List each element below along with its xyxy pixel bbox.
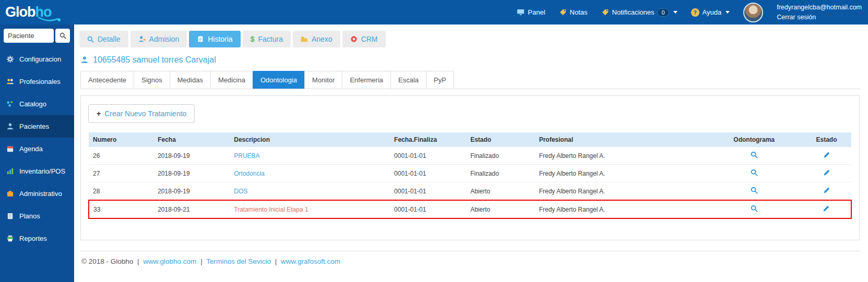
cell-descripcion: Ortodoncia <box>230 165 390 182</box>
logo-text-glob: Glob <box>5 4 35 20</box>
col-header-estado: Estado <box>466 132 534 147</box>
clipboard-icon <box>197 35 204 43</box>
edit-pencil-icon[interactable] <box>823 169 830 176</box>
cell-numero: 28 <box>89 182 153 201</box>
help-icon: ? <box>691 8 699 17</box>
edit-pencil-icon[interactable] <box>823 152 830 158</box>
app-logo[interactable]: Globho <box>5 4 59 20</box>
odontogram-search-icon[interactable] <box>751 205 758 212</box>
edit-pencil-icon[interactable] <box>823 205 829 212</box>
edit-pencil-icon[interactable] <box>823 187 830 194</box>
col-header-odontograma: Odontograma <box>706 132 802 147</box>
sidebar-item-label: Profesionales <box>19 78 61 85</box>
calendar-icon <box>6 145 15 153</box>
subtab-signos[interactable]: Signos <box>134 71 170 89</box>
inventory-chart-icon <box>6 167 15 175</box>
footer-separator: | <box>200 258 203 265</box>
note-tag-icon <box>559 8 567 16</box>
footer-link-grafosoft[interactable]: www.grafosoft.com <box>281 258 340 265</box>
history-subtabs: Antecedente Signos Medidas Medicina Odon… <box>80 71 861 89</box>
user-avatar[interactable] <box>743 3 763 22</box>
sidebar-item-label: Configuracion <box>19 55 61 63</box>
tab-anexo[interactable]: Anexo <box>293 31 340 47</box>
sidebar-item-label: Pacientes <box>19 122 49 130</box>
chevron-down-icon <box>673 11 677 14</box>
table-row: 26 2018-09-19 PRUEBA 0001-01-01 Finaliza… <box>89 147 851 165</box>
subtab-odontologia[interactable]: Odontologia <box>253 71 305 89</box>
sidebar-item-pacientes[interactable]: Pacientes <box>0 115 74 138</box>
tab-admision[interactable]: Admision <box>130 31 187 47</box>
patient-search-input[interactable] <box>4 29 54 43</box>
notes-menu-item[interactable]: Notas <box>559 8 588 16</box>
sidebar: Configuracion Profesionales Catalogo Pac… <box>0 24 74 282</box>
cell-fecha-finaliza: 0001-01-01 <box>390 165 466 182</box>
sidebar-item-profesionales[interactable]: Profesionales <box>0 70 74 93</box>
panel-menu-item[interactable]: Panel <box>517 8 545 16</box>
create-treatment-button[interactable]: + Crear Nuevo Tratamiento <box>88 104 195 123</box>
sidebar-item-agenda[interactable]: Agenda <box>0 138 74 160</box>
cell-fecha: 2018-09-19 <box>153 147 230 165</box>
odontogram-search-icon[interactable] <box>751 169 758 176</box>
col-header-profesional: Profesional <box>535 132 707 147</box>
patient-title: 10655485 samuel torres Carvajal <box>93 55 216 65</box>
catalog-icon <box>6 100 15 108</box>
logout-link[interactable]: Cerrar sesión <box>777 13 862 22</box>
subtab-medicina[interactable]: Medicina <box>210 71 253 89</box>
cell-fecha: 2018-09-19 <box>153 182 230 201</box>
cell-odontograma <box>706 200 802 218</box>
treatment-link[interactable]: PRUEBA <box>234 152 259 160</box>
footer-link-terminos[interactable]: Terminos del Sevicio <box>206 258 271 265</box>
subtab-monitor[interactable]: Monitor <box>304 71 342 89</box>
subtab-escala[interactable]: Escala <box>390 71 426 89</box>
sidebar-item-label: Agenda <box>19 145 43 153</box>
odontogram-search-icon[interactable] <box>751 187 758 194</box>
treatments-panel: + Crear Nuevo Tratamiento Numero Fecha D… <box>80 95 860 240</box>
cell-numero: 27 <box>89 165 153 182</box>
main-tabs: Detalle Admision Historia $ Factura Anex… <box>79 31 861 47</box>
cell-estado-edit <box>802 182 851 201</box>
odontogram-search-icon[interactable] <box>751 151 758 158</box>
sidebar-item-administrativo[interactable]: Administrativo <box>0 182 74 205</box>
col-header-fecha: Fecha <box>153 132 230 147</box>
patient-icon <box>80 56 89 64</box>
footer: © 2018 - Globho | www.globho.com | Termi… <box>80 251 860 265</box>
sidebar-item-planos[interactable]: Planos <box>0 205 74 227</box>
notifications-badge: 0 <box>657 8 669 17</box>
col-header-numero: Numero <box>89 132 153 147</box>
tab-crm[interactable]: CRM <box>342 31 386 47</box>
sidebar-item-reportes[interactable]: Reportes <box>0 227 74 250</box>
patient-search-button[interactable] <box>55 29 70 43</box>
sidebar-item-label: Planos <box>19 212 40 220</box>
panel-label: Panel <box>528 8 545 16</box>
tab-detalle[interactable]: Detalle <box>79 31 128 47</box>
notifications-menu-item[interactable]: Notificaciones 0 <box>601 8 677 17</box>
tab-label: Admision <box>149 35 180 43</box>
footer-link-globho[interactable]: www.globho.com <box>143 258 196 265</box>
tab-label: Detalle <box>98 35 121 43</box>
sidebar-item-label: Inventario/POS <box>19 167 65 175</box>
sidebar-item-configuracion[interactable]: Configuracion <box>0 48 74 70</box>
notifications-label: Notificaciones <box>612 8 655 16</box>
cell-estado: Finalizado <box>466 147 534 165</box>
cell-estado-edit <box>802 165 851 182</box>
help-menu-item[interactable]: ? Ayuda <box>691 8 730 17</box>
cell-estado: Abierto <box>466 182 534 201</box>
treatment-link[interactable]: DOS <box>234 188 247 195</box>
sidebar-item-inventario[interactable]: Inventario/POS <box>0 160 74 182</box>
topbar: Globho Panel Notas Notificaciones 0 ? Ay… <box>0 0 868 24</box>
subtab-antecedente[interactable]: Antecedente <box>80 71 134 89</box>
document-icon <box>6 212 15 220</box>
cell-estado-edit <box>802 147 851 165</box>
cell-profesional: Fredy Alberto Rangel A. <box>535 147 707 165</box>
subtab-enfermeria[interactable]: Enfermeria <box>342 71 391 89</box>
subtab-pyp[interactable]: PyP <box>426 71 454 89</box>
patients-icon <box>6 122 15 130</box>
treatment-link[interactable]: Tratamiento Inicial Etapa 1 <box>234 206 308 213</box>
tab-factura[interactable]: $ Factura <box>243 31 291 47</box>
chevron-down-icon <box>726 11 730 14</box>
tab-historia[interactable]: Historia <box>189 31 240 47</box>
gear-icon <box>6 55 15 63</box>
subtab-medidas[interactable]: Medidas <box>170 71 211 89</box>
treatment-link[interactable]: Ortodoncia <box>234 170 265 177</box>
sidebar-item-catalogo[interactable]: Catalogo <box>0 93 74 115</box>
